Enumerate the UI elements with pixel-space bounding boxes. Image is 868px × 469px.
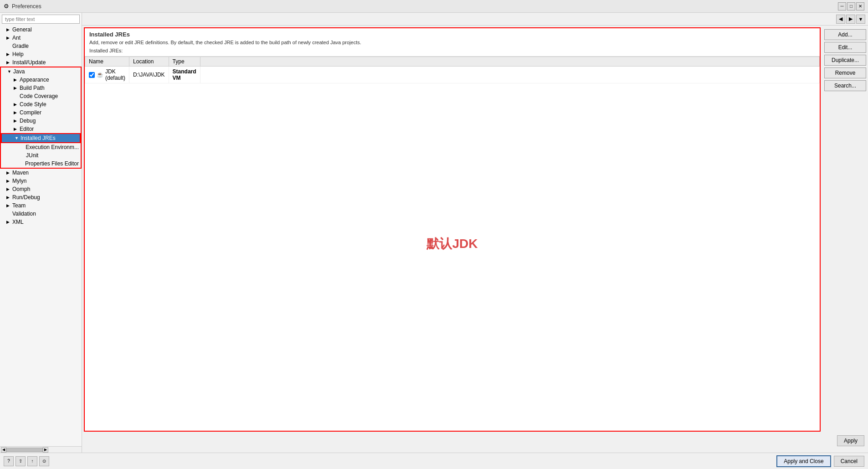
jre-name: JDK (default) xyxy=(105,68,125,81)
sidebar-item-label-editor: Editor xyxy=(20,126,34,132)
edit-button[interactable]: Edit... xyxy=(824,42,866,53)
sidebar-item-xml[interactable]: ▶ XML xyxy=(0,218,82,226)
sidebar-item-java[interactable]: ▼ Java xyxy=(1,67,81,76)
sidebar-item-label-validation: Validation xyxy=(12,211,36,217)
watermark-text: 默认JDK xyxy=(426,235,478,253)
expand-arrow-editor: ▶ xyxy=(14,127,18,131)
jdk-icon: ☕ xyxy=(97,72,103,78)
sidebar-item-label-team: Team xyxy=(12,202,26,209)
add-button[interactable]: Add... xyxy=(824,29,866,40)
sidebar-item-code-coverage[interactable]: Code Coverage xyxy=(1,92,81,100)
expand-arrow-oomph: ▶ xyxy=(6,187,11,191)
sidebar-item-junit[interactable]: JUnit xyxy=(1,151,81,160)
search-button[interactable]: Search... xyxy=(824,80,866,91)
table-container: Name Location Type xyxy=(85,57,820,431)
title-bar-left: ⚙ Preferences xyxy=(4,3,41,10)
sidebar-item-install-update[interactable]: ▶ Install/Update xyxy=(0,58,82,67)
sidebar-item-help[interactable]: ▶ Help xyxy=(0,50,82,58)
close-button[interactable]: ✕ xyxy=(856,2,864,10)
icon-btn-4[interactable]: ⊙ xyxy=(39,456,49,466)
table-row[interactable]: ☕ JDK (default) D:\JAVA\JDK Standard VM xyxy=(85,67,820,83)
sidebar-item-run-debug[interactable]: ▶ Run/Debug xyxy=(0,193,82,201)
sidebar-item-label-props: Properties Files Editor xyxy=(25,160,79,167)
icon-btn-3[interactable]: ↑ xyxy=(27,456,37,466)
forward-button[interactable]: ▶ xyxy=(846,15,855,24)
filter-input[interactable] xyxy=(2,15,80,24)
sidebar-item-execution-env[interactable]: Execution Environm... xyxy=(1,143,81,151)
sidebar-item-label-compiler: Compiler xyxy=(20,109,41,116)
remove-button[interactable]: Remove xyxy=(824,67,866,78)
apply-button-main[interactable]: Apply xyxy=(837,435,864,446)
panel-header: Installed JREs Add, remove or edit JRE d… xyxy=(85,28,820,57)
title-bar: ⚙ Preferences ─ □ ✕ xyxy=(0,0,868,13)
cancel-button[interactable]: Cancel xyxy=(834,456,864,467)
right-action-buttons: Add... Edit... Duplicate... Remove Searc… xyxy=(822,26,868,433)
expand-arrow-installed-jres: ▼ xyxy=(15,136,19,140)
sidebar-item-debug[interactable]: ▶ Debug xyxy=(1,117,81,125)
sidebar-item-gradle[interactable]: Gradle xyxy=(0,42,82,50)
sidebar-item-label-run-debug: Run/Debug xyxy=(12,194,40,201)
jre-checkbox[interactable] xyxy=(89,72,95,78)
sidebar-item-label-maven: Maven xyxy=(12,170,29,176)
expand-arrow-install: ▶ xyxy=(6,60,11,65)
bottom-bar: ? ⇧ ↑ ⊙ Apply and Close Cancel xyxy=(0,453,868,469)
sidebar-item-compiler[interactable]: ▶ Compiler xyxy=(1,108,81,117)
minimize-button[interactable]: ─ xyxy=(838,2,846,10)
sidebar-item-label-java: Java xyxy=(13,68,25,75)
apply-area: Apply xyxy=(82,433,868,453)
sidebar-item-editor[interactable]: ▶ Editor xyxy=(1,125,81,133)
sidebar-item-label-build-path: Build Path xyxy=(20,85,45,91)
main-area: ◀ ▶ ▼ Installed JREs Add, remove or edit… xyxy=(82,13,868,453)
title-bar-controls: ─ □ ✕ xyxy=(838,2,864,10)
apply-and-close-button[interactable]: Apply and Close xyxy=(776,455,831,467)
sidebar-item-label-installed-jres: Installed JREs xyxy=(21,135,56,141)
scroll-left-btn[interactable]: ◀ xyxy=(1,447,6,453)
col-type: Type xyxy=(169,57,200,67)
sidebar-item-code-style[interactable]: ▶ Code Style xyxy=(1,100,81,108)
panel-description: Add, remove or edit JRE definitions. By … xyxy=(89,40,815,45)
checkbox-cell: ☕ JDK (default) xyxy=(89,68,125,81)
sidebar-item-mylyn[interactable]: ▶ Mylyn xyxy=(0,177,82,185)
content-area: ▶ General ▶ Ant Gradle ▶ Help xyxy=(0,13,868,453)
scroll-thumb[interactable] xyxy=(6,448,43,452)
jre-table: Name Location Type xyxy=(85,57,820,83)
panel-title: Installed JREs xyxy=(89,31,815,38)
help-icon-btn[interactable]: ? xyxy=(4,456,14,466)
sidebar-item-maven[interactable]: ▶ Maven xyxy=(0,169,82,177)
sidebar-item-label-exec-env: Execution Environm... xyxy=(26,144,79,150)
sidebar-item-appearance[interactable]: ▶ Appearance xyxy=(1,76,81,84)
col-name: Name xyxy=(85,57,129,67)
icon-btn-2[interactable]: ⇧ xyxy=(15,456,26,466)
sidebar-item-team[interactable]: ▶ Team xyxy=(0,201,82,210)
restore-button[interactable]: □ xyxy=(847,2,855,10)
dropdown-button[interactable]: ▼ xyxy=(856,15,865,24)
sidebar-item-oomph[interactable]: ▶ Oomph xyxy=(0,185,82,193)
sidebar-item-general[interactable]: ▶ General xyxy=(0,26,82,34)
installed-jres-label: Installed JREs: xyxy=(89,48,815,53)
sidebar-item-build-path[interactable]: ▶ Build Path xyxy=(1,84,81,92)
window-title: Preferences xyxy=(12,3,41,10)
sidebar-item-label-help: Help xyxy=(12,51,24,57)
sidebar-item-properties-files[interactable]: Properties Files Editor xyxy=(1,160,81,168)
sidebar-item-installed-jres[interactable]: ▼ Installed JREs xyxy=(2,134,80,142)
bottom-right-buttons: Apply and Close Cancel xyxy=(776,455,864,467)
expand-arrow-mylyn: ▶ xyxy=(6,179,11,183)
back-button[interactable]: ◀ xyxy=(836,15,845,24)
expand-arrow-appearance: ▶ xyxy=(14,77,18,82)
top-toolbar: ◀ ▶ ▼ xyxy=(82,13,868,26)
sidebar: ▶ General ▶ Ant Gradle ▶ Help xyxy=(0,13,82,453)
sidebar-scrollbar[interactable]: ◀ ▶ xyxy=(0,446,82,453)
sidebar-item-label-gradle: Gradle xyxy=(12,43,29,49)
sidebar-item-label-ant: Ant xyxy=(12,35,21,41)
duplicate-button[interactable]: Duplicate... xyxy=(824,55,866,66)
expand-arrow-ant: ▶ xyxy=(6,36,11,40)
expand-arrow-run-debug: ▶ xyxy=(6,195,11,200)
sidebar-item-label-oomph: Oomph xyxy=(12,186,30,192)
sidebar-item-ant[interactable]: ▶ Ant xyxy=(0,34,82,42)
sidebar-item-validation[interactable]: Validation xyxy=(0,210,82,218)
scroll-right-btn[interactable]: ▶ xyxy=(43,447,48,453)
expand-arrow-help: ▶ xyxy=(6,52,11,57)
installed-jres-panel: Installed JREs Add, remove or edit JRE d… xyxy=(84,27,821,432)
bottom-left-icons: ? ⇧ ↑ ⊙ xyxy=(4,456,49,466)
expand-arrow-xml: ▶ xyxy=(6,220,11,224)
